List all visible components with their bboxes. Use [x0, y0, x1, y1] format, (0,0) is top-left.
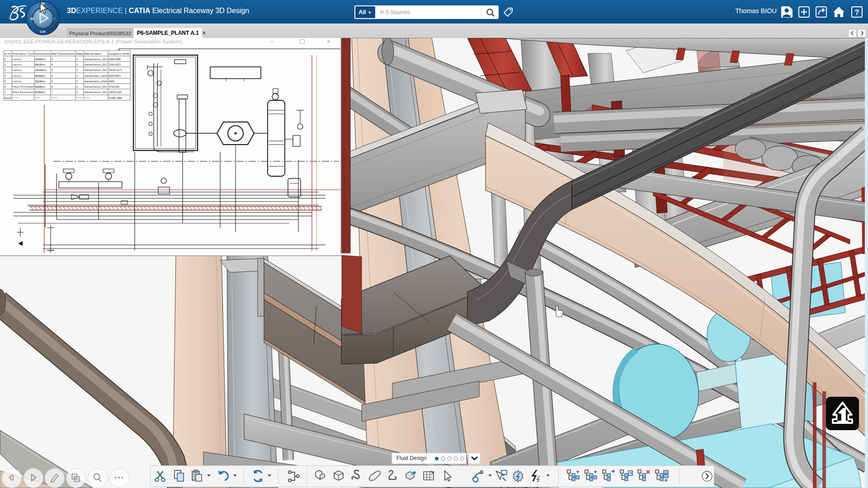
svg-text:U: U	[76, 91, 78, 94]
svg-text:3: 3	[5, 69, 6, 71]
svg-text:2: 2	[52, 85, 53, 88]
svg-text:Plate Perforated: Plate Perforated	[13, 85, 34, 88]
svg-text:Lattice: Lattice	[13, 58, 22, 61]
svg-text:60x200mm: 60x200mm	[35, 75, 46, 77]
svg-text:Galvanization_001A: Galvanization_001A	[85, 80, 108, 83]
svg-text:8328.0873: 8328.0873	[109, 75, 121, 77]
svg-text:2500: 2500	[109, 80, 114, 83]
svg-text:4: 4	[52, 63, 53, 66]
svg-text:Lengt(Nom) (SUM): Lengt(Nom) (SUM)	[109, 52, 130, 55]
svg-text:60x200mm: 60x200mm	[35, 58, 46, 61]
svg-text:Plate Perforated: Plate Perforated	[13, 91, 34, 94]
svg-text:Material Name: Material Name	[85, 52, 102, 55]
svg-text:U: U	[76, 58, 78, 61]
svg-text:6: 6	[5, 85, 6, 88]
svg-text:U: U	[76, 63, 78, 66]
svg-text:Lattice: Lattice	[13, 69, 22, 71]
svg-text:V.R: V.R	[40, 30, 46, 34]
svg-text:4: 4	[52, 80, 53, 83]
svg-text:60x300mm: 60x300mm	[35, 91, 46, 94]
svg-text:Lattice: Lattice	[13, 63, 22, 66]
svg-text:****: ****	[76, 97, 82, 99]
svg-text:****: ****	[35, 97, 41, 99]
svg-text:4: 4	[52, 58, 53, 61]
svg-text:i': i'	[54, 17, 56, 21]
svg-text:2168.1973: 2168.1973	[109, 63, 121, 66]
svg-text:?: ?	[855, 9, 859, 16]
svg-text:U: U	[76, 85, 78, 88]
svg-text:16978.1119: 16978.1119	[109, 91, 122, 94]
svg-text:Galvanization_001: Galvanization_001	[85, 63, 107, 66]
svg-text:Nominal Size: Nominal Size	[35, 52, 50, 55]
svg-text:Galvanization_001: Galvanization_001	[85, 85, 107, 88]
svg-text:Result: Result	[5, 97, 11, 99]
svg-text:Galvanization_001: Galvanization_001	[85, 58, 107, 61]
svg-text:60x130mm: 60x130mm	[35, 63, 46, 66]
svg-text:4: 4	[52, 69, 53, 71]
svg-text:4: 4	[52, 75, 53, 77]
svg-text:60x130mm: 60x130mm	[35, 80, 46, 83]
svg-text:6368.7388: 6368.7388	[109, 58, 121, 61]
svg-text:Lattice: Lattice	[13, 80, 22, 83]
svg-text:1: 1	[5, 58, 6, 61]
svg-text:Wall Thickness(mm): Wall Thickness(mm)	[52, 52, 75, 55]
svg-text:Shape: Shape	[76, 52, 83, 55]
svg-text:1: 1	[5, 91, 6, 94]
svg-text:U: U	[76, 80, 78, 83]
svg-text:Lattice: Lattice	[13, 75, 22, 77]
svg-text:33243.3173: 33243.3173	[109, 69, 122, 71]
svg-text:****: ****	[13, 97, 19, 99]
svg-text:Galvanization_001A: Galvanization_001A	[85, 75, 108, 77]
svg-text:2: 2	[5, 63, 6, 66]
svg-text:130x410mm: 130x410mm	[35, 69, 47, 71]
svg-text:U: U	[76, 69, 78, 71]
svg-text:3D: 3D	[30, 17, 34, 21]
svg-text:Sr No: Sr No	[5, 52, 11, 55]
svg-text:97280.7886: 97280.7886	[109, 97, 122, 99]
svg-text:3752.236: 3752.236	[109, 85, 119, 88]
svg-text:Galvanization_001: Galvanization_001	[85, 91, 107, 94]
svg-text:4: 4	[5, 75, 6, 77]
svg-text:Realisation Type: Realisation Type	[13, 52, 34, 55]
svg-text:7: 7	[52, 91, 53, 94]
svg-text:****: ****	[85, 97, 90, 99]
svg-text:****: ****	[52, 97, 57, 99]
svg-text:60x200mm: 60x200mm	[35, 85, 46, 88]
svg-text:Galvanization_001: Galvanization_001	[85, 69, 107, 71]
svg-text:5: 5	[5, 80, 6, 83]
svg-text:U: U	[76, 75, 78, 77]
